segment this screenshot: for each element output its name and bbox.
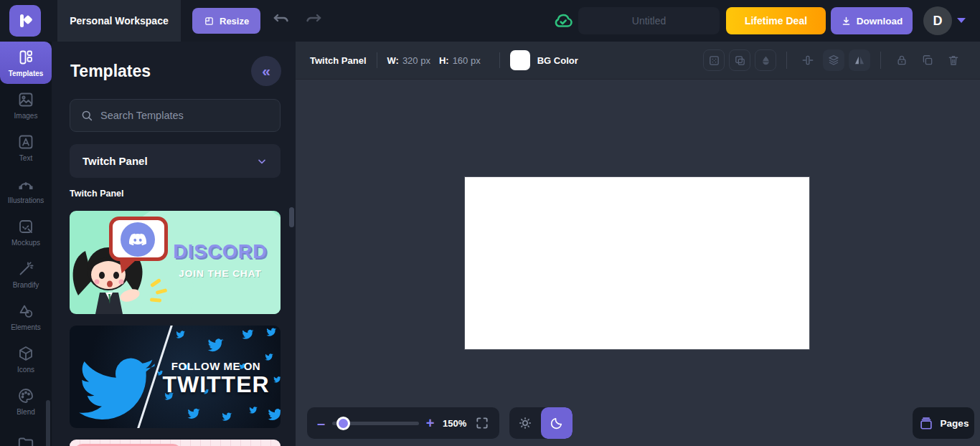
sidebar-label: Illustrations bbox=[8, 196, 44, 204]
template-title-text: DISCORD bbox=[163, 241, 278, 263]
light-mode-button[interactable] bbox=[509, 407, 541, 439]
sun-icon bbox=[518, 416, 532, 430]
sidebar-label: Elements bbox=[11, 323, 41, 331]
sidebar-item-icons[interactable]: Icons bbox=[0, 338, 52, 380]
transparency-button[interactable] bbox=[703, 49, 725, 71]
template-search-box[interactable] bbox=[70, 99, 281, 132]
sidebar-item-folder[interactable] bbox=[0, 422, 52, 446]
download-icon bbox=[841, 16, 852, 27]
discord-logo-icon bbox=[121, 222, 155, 257]
zoom-out-button[interactable]: – bbox=[317, 416, 325, 430]
sidebar-item-elements[interactable]: Elements bbox=[0, 295, 52, 338]
flip-button[interactable] bbox=[849, 49, 870, 71]
divider bbox=[499, 52, 500, 68]
redo-icon bbox=[304, 13, 323, 29]
folder-icon bbox=[17, 435, 35, 446]
sidebar-item-images[interactable]: Images bbox=[0, 84, 52, 126]
dark-mode-button[interactable] bbox=[541, 407, 573, 439]
pages-button[interactable]: Pages bbox=[913, 407, 974, 439]
elements-icon bbox=[17, 303, 34, 320]
mockups-icon bbox=[17, 218, 34, 235]
resize-icon bbox=[204, 16, 215, 27]
brandify-icon bbox=[17, 260, 34, 277]
download-button[interactable]: Download bbox=[831, 7, 913, 34]
lock-button[interactable] bbox=[891, 49, 913, 71]
duplicate-overlap-button[interactable] bbox=[729, 49, 750, 71]
fullscreen-button[interactable] bbox=[475, 416, 489, 430]
sidebar-item-text[interactable]: Text bbox=[0, 126, 52, 169]
blend-palette-icon bbox=[17, 387, 34, 404]
search-input[interactable] bbox=[100, 110, 270, 121]
user-avatar[interactable]: D bbox=[923, 6, 952, 35]
zoom-controls: – + 150% bbox=[307, 407, 499, 439]
avatar-initial: D bbox=[933, 14, 943, 29]
trash-icon bbox=[947, 54, 960, 67]
pixelied-logo-icon bbox=[16, 11, 34, 30]
layers-icon bbox=[827, 54, 840, 67]
width-value: 320 px bbox=[402, 55, 430, 66]
copy-icon bbox=[921, 54, 934, 67]
resize-button[interactable]: Resize bbox=[192, 8, 260, 34]
workspace-label: Personal Workspace bbox=[70, 15, 168, 27]
sidebar-label: Brandify bbox=[13, 281, 39, 289]
droplet-icon bbox=[760, 54, 772, 67]
zoom-in-button[interactable]: + bbox=[426, 416, 435, 430]
search-icon bbox=[80, 109, 93, 122]
collapse-panel-button[interactable]: « bbox=[251, 56, 281, 86]
category-dropdown[interactable]: Twitch Panel bbox=[70, 144, 281, 178]
category-section-label: Twitch Panel bbox=[70, 189, 123, 199]
canvas-area: Twitch Panel W:320 px H:160 px BG Color bbox=[296, 42, 980, 446]
document-title-input[interactable] bbox=[578, 7, 720, 34]
workspace-switcher[interactable]: Personal Workspace bbox=[57, 0, 181, 42]
panel-title: Templates bbox=[70, 62, 151, 81]
account-menu-caret-icon[interactable] bbox=[957, 18, 966, 23]
moon-icon bbox=[550, 416, 564, 430]
template-thumbnail-twitter[interactable]: FOLLOW ME ON TWITTER bbox=[70, 326, 281, 428]
templates-icon bbox=[17, 49, 34, 66]
height-label: H: bbox=[439, 55, 449, 66]
overlap-squares-icon bbox=[734, 54, 746, 67]
sidebar-scrollbar[interactable] bbox=[46, 400, 50, 446]
topbar: Personal Workspace Resize bbox=[0, 0, 980, 42]
pages-label: Pages bbox=[941, 418, 969, 429]
sidebar-item-templates[interactable]: Templates bbox=[0, 42, 52, 84]
undo-icon bbox=[272, 13, 291, 29]
template-thumbnail-pink[interactable] bbox=[70, 440, 281, 446]
align-button[interactable] bbox=[797, 49, 819, 71]
template-subtitle-text: JOIN THE CHAT bbox=[163, 268, 278, 279]
images-icon bbox=[17, 91, 34, 108]
icons-cube-icon bbox=[17, 345, 34, 362]
blur-opacity-button[interactable] bbox=[755, 49, 776, 71]
layers-button[interactable] bbox=[823, 49, 844, 71]
sidebar-item-brandify[interactable]: Brandify bbox=[0, 253, 52, 295]
transparency-icon bbox=[708, 54, 720, 67]
template-thumbnail-discord[interactable]: DISCORD JOIN THE CHAT bbox=[70, 211, 281, 314]
sidebar-item-mockups[interactable]: Mockups bbox=[0, 211, 52, 253]
zoom-slider-thumb[interactable] bbox=[336, 417, 350, 430]
sidebar-item-blend[interactable]: Blend bbox=[0, 380, 52, 422]
cloud-synced-icon bbox=[552, 10, 574, 32]
redo-button[interactable] bbox=[304, 13, 323, 29]
template-line1-text: FOLLOW ME ON bbox=[156, 360, 276, 372]
artboard[interactable] bbox=[465, 177, 809, 349]
app-logo[interactable] bbox=[9, 5, 41, 37]
sidebar-item-illustrations[interactable]: Illustrations bbox=[0, 169, 52, 211]
canvas-toolbar: Twitch Panel W:320 px H:160 px BG Color bbox=[296, 42, 980, 79]
bg-color-label: BG Color bbox=[537, 55, 578, 66]
lifetime-deal-button[interactable]: Lifetime Deal bbox=[726, 7, 826, 34]
text-icon bbox=[17, 133, 34, 151]
flip-icon bbox=[853, 54, 866, 67]
align-center-icon bbox=[801, 54, 814, 67]
template-line2-text: TWITTER bbox=[150, 371, 281, 398]
fullscreen-icon bbox=[475, 416, 489, 430]
bg-color-swatch[interactable] bbox=[510, 50, 530, 70]
divider bbox=[880, 52, 881, 69]
download-label: Download bbox=[857, 16, 903, 27]
delete-button[interactable] bbox=[943, 49, 964, 71]
sidebar-label: Icons bbox=[17, 366, 34, 374]
sidebar-label: Mockups bbox=[11, 239, 40, 247]
panel-scrollbar[interactable] bbox=[289, 207, 294, 227]
copy-button[interactable] bbox=[917, 49, 938, 71]
undo-button[interactable] bbox=[272, 13, 291, 29]
zoom-slider[interactable] bbox=[332, 422, 419, 425]
